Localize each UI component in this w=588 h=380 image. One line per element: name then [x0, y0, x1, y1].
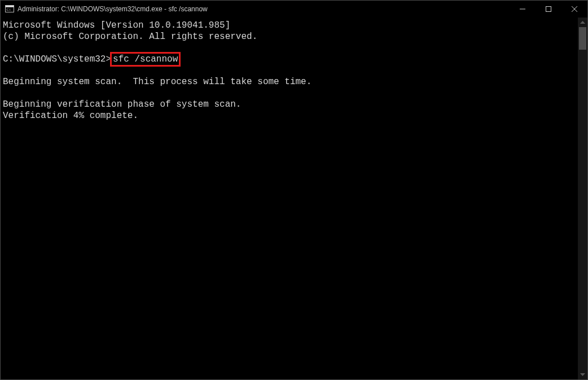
- close-button[interactable]: [561, 1, 587, 18]
- console-output[interactable]: Microsoft Windows [Version 10.0.19041.98…: [1, 18, 578, 379]
- console-prompt: C:\WINDOWS\system32>: [3, 54, 111, 64]
- console-line: Beginning verification phase of system s…: [3, 99, 241, 110]
- console-line: Verification 4% complete.: [3, 111, 138, 121]
- svg-rect-1: [6, 6, 14, 7]
- minimize-button[interactable]: [510, 1, 536, 18]
- cmd-window: C:\ Administrator: C:\WINDOWS\system32\c…: [0, 0, 588, 380]
- scroll-track[interactable]: [578, 27, 587, 370]
- svg-text:C:\: C:\: [7, 8, 11, 11]
- scroll-down-icon[interactable]: [578, 370, 587, 379]
- console-line: Beginning system scan. This process will…: [3, 77, 311, 87]
- scroll-up-icon[interactable]: [578, 18, 587, 27]
- command-highlight: sfc /scannow: [110, 52, 181, 67]
- scroll-thumb[interactable]: [579, 27, 586, 50]
- window-controls: [510, 1, 587, 18]
- command-text: sfc /scannow: [113, 54, 178, 64]
- window-title: Administrator: C:\WINDOWS\system32\cmd.e…: [17, 5, 208, 13]
- titlebar[interactable]: C:\ Administrator: C:\WINDOWS\system32\c…: [1, 1, 587, 18]
- console-line: Microsoft Windows [Version 10.0.19041.98…: [3, 20, 230, 30]
- console-line: (c) Microsoft Corporation. All rights re…: [3, 32, 257, 42]
- content-area: Microsoft Windows [Version 10.0.19041.98…: [1, 18, 587, 379]
- svg-rect-3: [546, 7, 551, 12]
- vertical-scrollbar[interactable]: [578, 18, 587, 379]
- maximize-button[interactable]: [536, 1, 561, 18]
- cmd-icon: C:\: [5, 5, 14, 14]
